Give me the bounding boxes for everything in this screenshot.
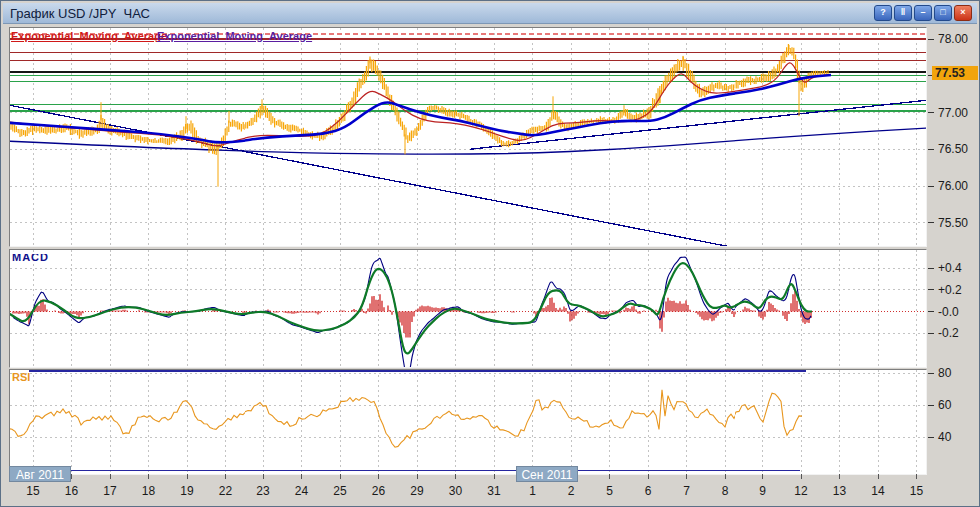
chart-window: График USD /JPY ЧАС ?‖–□× Exponential_Mo…	[0, 0, 980, 507]
chart-plot-svg[interactable]	[1, 1, 980, 507]
